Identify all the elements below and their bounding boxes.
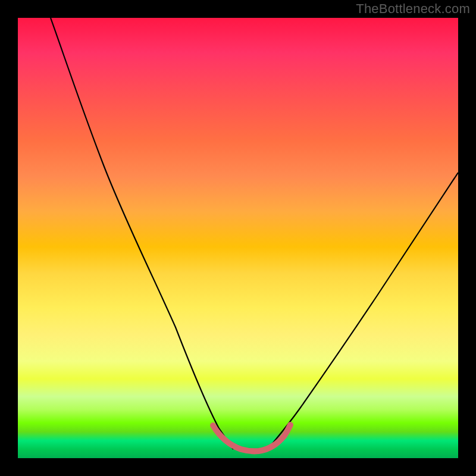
- watermark-text: TheBottleneck.com: [356, 1, 470, 17]
- right-curve: [268, 173, 458, 449]
- bottom-arc: [213, 425, 290, 451]
- left-curve: [51, 18, 233, 449]
- plot-area: [18, 18, 458, 458]
- chart-frame: TheBottleneck.com: [0, 0, 476, 476]
- curve-layer: [18, 18, 458, 458]
